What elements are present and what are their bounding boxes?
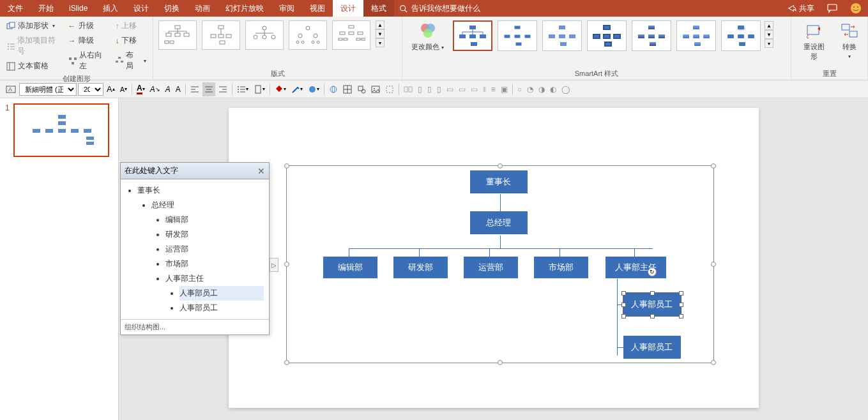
org-node-chairman[interactable]: 董事长 (470, 170, 528, 193)
style-option-7[interactable] (721, 20, 761, 51)
promote-button[interactable]: ←升级 (66, 19, 110, 33)
layout-option-5[interactable] (332, 20, 370, 50)
change-colors-button[interactable]: 更改颜色 ▾ (406, 19, 449, 54)
text-pane-item[interactable]: 编辑部 (165, 213, 264, 227)
text-pane[interactable]: 在此处键入文字 ✕ 董事长 总经理 编辑部 研发部 运营部 市场部 人事部主任 … (120, 162, 270, 335)
text-pane-header[interactable]: 在此处键入文字 ✕ (121, 163, 269, 179)
move-up-button[interactable]: ↑上移 (112, 19, 149, 33)
text-pane-item[interactable]: 人事部员工 (179, 286, 264, 301)
layouts-scroll-down[interactable]: ▼ (376, 29, 385, 38)
comments-button[interactable] (821, 3, 844, 13)
shape-effects-button[interactable]: ▾ (306, 82, 321, 96)
org-node-gm[interactable]: 总经理 (470, 211, 528, 234)
align-bottom-obj[interactable]: ▭ (469, 82, 480, 96)
text-pane-footer[interactable]: 组织结构图... (121, 319, 269, 334)
styles-more[interactable]: ▾ (765, 39, 773, 48)
change-case-button[interactable]: A (174, 82, 183, 96)
align-left-obj[interactable]: ▯ (416, 82, 424, 96)
style-option-5[interactable] (632, 20, 671, 51)
style-option-2[interactable] (498, 20, 537, 51)
insert-picture-button[interactable] (369, 82, 382, 96)
tab-islide[interactable]: iSlide (61, 0, 95, 17)
text-pane-item[interactable]: 董事长 (137, 183, 264, 198)
org-node-hr-staff-1[interactable]: 人事部员工 (623, 293, 681, 316)
text-pane-item[interactable]: 总经理 (151, 198, 264, 213)
font-color-button[interactable]: A▾ (135, 82, 147, 96)
shrink-font-button[interactable]: A▾ (118, 82, 129, 96)
add-shape-button[interactable]: 添加形状▾ (4, 19, 63, 33)
screenshot-button[interactable] (383, 82, 396, 96)
align-objects-button[interactable] (402, 82, 415, 96)
slide-thumbnail-1[interactable] (13, 103, 109, 157)
tab-smartart-design[interactable]: 设计 (333, 0, 363, 17)
group-button[interactable]: ▣ (499, 82, 510, 96)
rotate-handle[interactable]: ↻ (648, 267, 657, 276)
layouts-more[interactable]: ▾ (376, 38, 385, 47)
text-pane-body[interactable]: 董事长 总经理 编辑部 研发部 运营部 市场部 人事部主任 人事部员工 人事部员… (121, 179, 269, 319)
layout-option-4[interactable] (289, 20, 327, 50)
align-right-button[interactable] (217, 82, 229, 96)
bold-button[interactable]: A (164, 82, 172, 96)
layout-button[interactable]: 布局▾ (112, 49, 149, 73)
text-pane-button[interactable]: 文本窗格 (4, 59, 63, 73)
merge-shapes-2[interactable]: ◔ (525, 82, 535, 96)
add-bullet-button[interactable]: 添加项目符号 (4, 34, 63, 58)
style-option-3[interactable] (542, 20, 582, 51)
hyperlink-button[interactable] (327, 82, 340, 96)
close-icon[interactable]: ✕ (257, 166, 265, 176)
text-pane-item[interactable]: 人事部主任 (165, 271, 264, 286)
table-button[interactable] (341, 82, 354, 96)
style-option-1[interactable] (453, 20, 492, 51)
bullets-button[interactable]: ▾ (235, 82, 250, 96)
font-select[interactable]: 新細明體 (正 (19, 83, 77, 96)
tab-slideshow[interactable]: 幻灯片放映 (218, 0, 271, 17)
account-button[interactable] (844, 3, 868, 14)
distribute-v[interactable]: ≡ (489, 82, 498, 96)
text-pane-item[interactable]: 人事部员工 (179, 301, 264, 315)
tab-format[interactable]: 格式 (363, 0, 394, 17)
layout-option-3[interactable] (245, 20, 284, 50)
tab-transitions[interactable]: 切换 (156, 0, 187, 17)
rtl-button[interactable]: 从右向左 (66, 49, 110, 73)
align-left-button[interactable] (188, 82, 201, 96)
shape-outline-button[interactable]: ▾ (289, 82, 305, 96)
slide[interactable]: 董事长 总经理 编辑部 研发部 运营部 市场部 人事部主任 人事部员工 ↻ 人事… (229, 108, 759, 408)
convert-button[interactable]: 转换 ▾ (835, 19, 864, 62)
merge-shapes-4[interactable]: ◐ (548, 82, 558, 96)
text-pane-item[interactable]: 研发部 (165, 227, 264, 242)
tab-design-main[interactable]: 设计 (126, 0, 156, 17)
style-option-6[interactable] (676, 20, 716, 51)
merge-shapes-3[interactable]: ◑ (537, 82, 547, 96)
shape-fill-button[interactable]: ▾ (273, 82, 288, 96)
distribute-h[interactable]: ⫴ (481, 82, 488, 96)
org-node-market[interactable]: 市场部 (534, 257, 588, 278)
text-pane-toggle[interactable]: ▷ (270, 258, 278, 272)
move-down-button[interactable]: ↓下移 (112, 34, 149, 47)
insert-shape-button[interactable] (355, 82, 368, 96)
layout-option-1[interactable] (158, 20, 197, 50)
clear-format-button[interactable]: A↘ (148, 82, 162, 96)
align-middle-obj[interactable]: ▭ (457, 82, 468, 96)
text-pane-item[interactable]: 运营部 (165, 242, 264, 257)
orientation-button[interactable]: ▾ (252, 82, 267, 96)
align-right-obj[interactable]: ▯ (435, 82, 443, 96)
demote-button[interactable]: →降级 (66, 34, 110, 47)
merge-shapes-5[interactable]: ◯ (560, 82, 572, 96)
align-center-button[interactable] (202, 82, 215, 96)
tab-view[interactable]: 视图 (302, 0, 333, 17)
styles-scroll-down[interactable]: ▼ (765, 30, 773, 39)
layout-option-2[interactable] (202, 20, 240, 50)
styles-scroll-up[interactable]: ▲ (765, 21, 773, 30)
text-box-button[interactable]: A (4, 82, 18, 96)
font-size-select[interactable]: 20 (78, 83, 103, 96)
org-node-rd[interactable]: 研发部 (393, 257, 448, 278)
text-pane-item[interactable]: 市场部 (165, 257, 264, 271)
tab-home[interactable]: 开始 (31, 0, 61, 17)
tab-animations[interactable]: 动画 (187, 0, 218, 17)
tell-me[interactable]: 告诉我你想要做什么 (399, 3, 480, 14)
reset-graphic-button[interactable]: 重设图形 (795, 19, 833, 64)
org-node-hr-staff-2[interactable]: 人事部员工 (623, 336, 681, 359)
merge-shapes-1[interactable]: ○ (515, 82, 524, 96)
org-node-edit[interactable]: 编辑部 (323, 257, 377, 278)
layouts-scroll-up[interactable]: ▲ (376, 20, 385, 29)
